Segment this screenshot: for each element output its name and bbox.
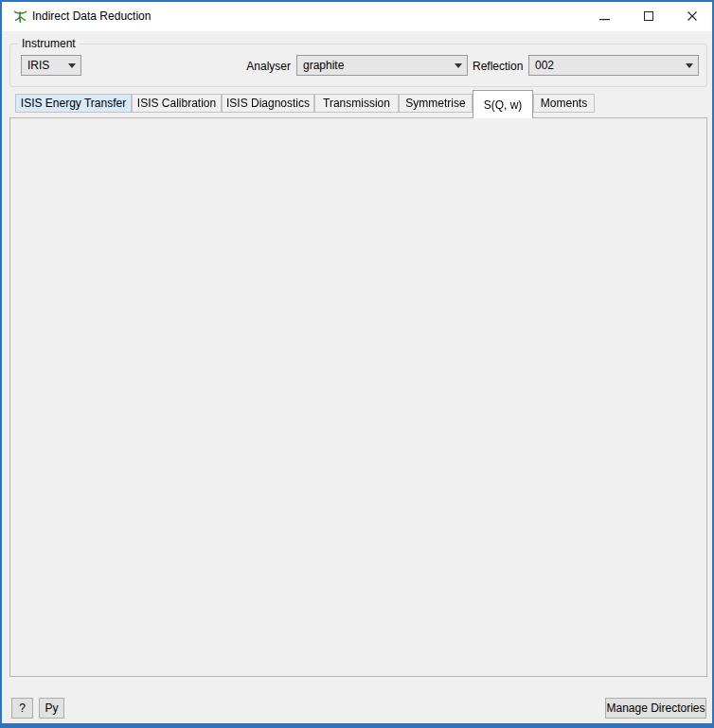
tab-sqw[interactable]: S(Q, w): [473, 90, 533, 118]
maximize-icon: [644, 8, 653, 25]
chevron-down-icon: [63, 63, 80, 68]
reflection-combo[interactable]: 002: [528, 55, 699, 76]
minimize-button[interactable]: [583, 2, 626, 30]
tab-symmetrise[interactable]: Symmetrise: [399, 94, 473, 113]
reflection-combo-value: 002: [529, 59, 681, 72]
analyser-label: Analyser: [234, 60, 291, 73]
maximize-button[interactable]: [627, 2, 669, 30]
title-bar: Indirect Data Reduction: [2, 2, 712, 31]
tab-transmission[interactable]: Transmission: [314, 94, 399, 113]
tab-isis-diagnostics[interactable]: ISIS Diagnostics: [222, 94, 314, 113]
instrument-combo-value: IRIS: [22, 59, 63, 72]
app-icon: [12, 9, 28, 28]
tab-isis-calibration[interactable]: ISIS Calibration: [132, 94, 222, 113]
instrument-group-label: Instrument: [18, 37, 80, 50]
minimize-icon: [599, 8, 610, 25]
tab-moments[interactable]: Moments: [533, 94, 595, 113]
help-button[interactable]: ?: [11, 698, 33, 719]
close-button[interactable]: [670, 2, 713, 30]
instrument-combo[interactable]: IRIS: [21, 55, 81, 76]
analyser-combo-value: graphite: [297, 59, 450, 72]
close-icon: [687, 8, 697, 25]
analyser-combo[interactable]: graphite: [296, 55, 468, 76]
reflection-label: Reflection: [473, 60, 523, 73]
manage-directories-button[interactable]: Manage Directories: [605, 698, 706, 719]
indirect-data-reduction-window: Indirect Data Reduction Instrument IRIS …: [0, 0, 714, 728]
window-title: Indirect Data Reduction: [32, 9, 151, 23]
chevron-down-icon: [681, 63, 698, 68]
chevron-down-icon: [450, 63, 467, 68]
sqw-tab-pane: [9, 117, 707, 677]
tab-isis-energy-transfer[interactable]: ISIS Energy Transfer: [15, 94, 132, 113]
python-export-button[interactable]: Py: [39, 698, 64, 719]
